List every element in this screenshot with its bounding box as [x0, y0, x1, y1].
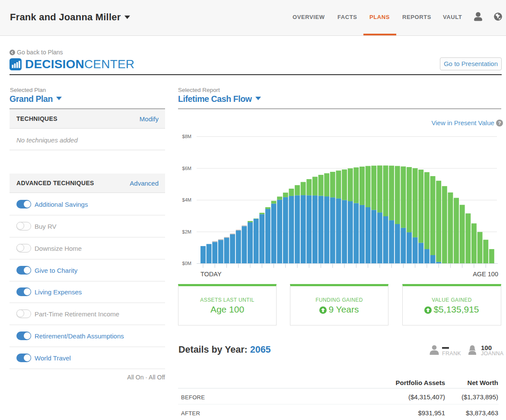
svg-text:$8M: $8M — [182, 134, 191, 139]
svg-text:AGE 100: AGE 100 — [473, 271, 498, 278]
svg-text:?: ? — [498, 120, 501, 126]
svg-text:$4M: $4M — [182, 197, 191, 202]
svg-text:TODAY: TODAY — [200, 271, 222, 278]
svg-text:$6M: $6M — [182, 166, 191, 171]
svg-text:$0M: $0M — [182, 261, 191, 266]
svg-text:$2M: $2M — [182, 229, 191, 234]
